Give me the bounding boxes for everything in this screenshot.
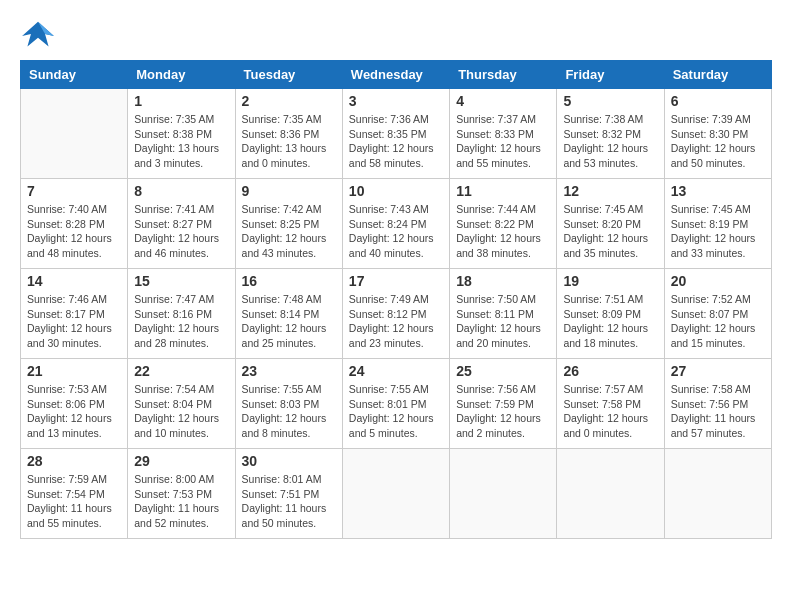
day-number: 16 [242, 273, 336, 289]
day-cell: 13Sunrise: 7:45 AM Sunset: 8:19 PM Dayli… [664, 179, 771, 269]
day-cell: 17Sunrise: 7:49 AM Sunset: 8:12 PM Dayli… [342, 269, 449, 359]
day-cell: 1Sunrise: 7:35 AM Sunset: 8:38 PM Daylig… [128, 89, 235, 179]
day-info: Sunrise: 7:56 AM Sunset: 7:59 PM Dayligh… [456, 382, 550, 441]
day-number: 20 [671, 273, 765, 289]
day-info: Sunrise: 7:55 AM Sunset: 8:01 PM Dayligh… [349, 382, 443, 441]
day-info: Sunrise: 7:52 AM Sunset: 8:07 PM Dayligh… [671, 292, 765, 351]
logo [20, 20, 61, 50]
day-number: 18 [456, 273, 550, 289]
day-number: 2 [242, 93, 336, 109]
week-row-3: 14Sunrise: 7:46 AM Sunset: 8:17 PM Dayli… [21, 269, 772, 359]
day-info: Sunrise: 7:36 AM Sunset: 8:35 PM Dayligh… [349, 112, 443, 171]
day-number: 11 [456, 183, 550, 199]
day-cell: 18Sunrise: 7:50 AM Sunset: 8:11 PM Dayli… [450, 269, 557, 359]
day-number: 21 [27, 363, 121, 379]
day-number: 7 [27, 183, 121, 199]
day-info: Sunrise: 7:42 AM Sunset: 8:25 PM Dayligh… [242, 202, 336, 261]
day-number: 9 [242, 183, 336, 199]
day-cell: 12Sunrise: 7:45 AM Sunset: 8:20 PM Dayli… [557, 179, 664, 269]
week-row-4: 21Sunrise: 7:53 AM Sunset: 8:06 PM Dayli… [21, 359, 772, 449]
day-info: Sunrise: 7:37 AM Sunset: 8:33 PM Dayligh… [456, 112, 550, 171]
day-info: Sunrise: 7:54 AM Sunset: 8:04 PM Dayligh… [134, 382, 228, 441]
day-number: 24 [349, 363, 443, 379]
day-cell: 28Sunrise: 7:59 AM Sunset: 7:54 PM Dayli… [21, 449, 128, 539]
day-cell: 8Sunrise: 7:41 AM Sunset: 8:27 PM Daylig… [128, 179, 235, 269]
day-number: 13 [671, 183, 765, 199]
day-info: Sunrise: 7:57 AM Sunset: 7:58 PM Dayligh… [563, 382, 657, 441]
day-cell: 29Sunrise: 8:00 AM Sunset: 7:53 PM Dayli… [128, 449, 235, 539]
day-cell: 5Sunrise: 7:38 AM Sunset: 8:32 PM Daylig… [557, 89, 664, 179]
day-info: Sunrise: 7:49 AM Sunset: 8:12 PM Dayligh… [349, 292, 443, 351]
col-header-thursday: Thursday [450, 61, 557, 89]
day-info: Sunrise: 7:41 AM Sunset: 8:27 PM Dayligh… [134, 202, 228, 261]
day-cell: 20Sunrise: 7:52 AM Sunset: 8:07 PM Dayli… [664, 269, 771, 359]
day-cell: 10Sunrise: 7:43 AM Sunset: 8:24 PM Dayli… [342, 179, 449, 269]
day-info: Sunrise: 7:46 AM Sunset: 8:17 PM Dayligh… [27, 292, 121, 351]
day-cell: 19Sunrise: 7:51 AM Sunset: 8:09 PM Dayli… [557, 269, 664, 359]
day-number: 4 [456, 93, 550, 109]
day-number: 29 [134, 453, 228, 469]
day-cell: 24Sunrise: 7:55 AM Sunset: 8:01 PM Dayli… [342, 359, 449, 449]
logo-icon [20, 20, 56, 50]
col-header-monday: Monday [128, 61, 235, 89]
day-number: 28 [27, 453, 121, 469]
day-info: Sunrise: 7:48 AM Sunset: 8:14 PM Dayligh… [242, 292, 336, 351]
day-info: Sunrise: 7:58 AM Sunset: 7:56 PM Dayligh… [671, 382, 765, 441]
day-number: 30 [242, 453, 336, 469]
day-number: 17 [349, 273, 443, 289]
day-info: Sunrise: 7:45 AM Sunset: 8:20 PM Dayligh… [563, 202, 657, 261]
day-info: Sunrise: 7:51 AM Sunset: 8:09 PM Dayligh… [563, 292, 657, 351]
col-header-sunday: Sunday [21, 61, 128, 89]
day-number: 8 [134, 183, 228, 199]
day-cell: 4Sunrise: 7:37 AM Sunset: 8:33 PM Daylig… [450, 89, 557, 179]
day-cell [557, 449, 664, 539]
day-number: 3 [349, 93, 443, 109]
day-cell: 30Sunrise: 8:01 AM Sunset: 7:51 PM Dayli… [235, 449, 342, 539]
day-cell [342, 449, 449, 539]
day-info: Sunrise: 8:01 AM Sunset: 7:51 PM Dayligh… [242, 472, 336, 531]
day-cell [664, 449, 771, 539]
day-info: Sunrise: 7:55 AM Sunset: 8:03 PM Dayligh… [242, 382, 336, 441]
day-cell: 2Sunrise: 7:35 AM Sunset: 8:36 PM Daylig… [235, 89, 342, 179]
day-info: Sunrise: 7:35 AM Sunset: 8:36 PM Dayligh… [242, 112, 336, 171]
day-number: 5 [563, 93, 657, 109]
day-cell: 25Sunrise: 7:56 AM Sunset: 7:59 PM Dayli… [450, 359, 557, 449]
col-header-tuesday: Tuesday [235, 61, 342, 89]
day-cell: 16Sunrise: 7:48 AM Sunset: 8:14 PM Dayli… [235, 269, 342, 359]
col-header-wednesday: Wednesday [342, 61, 449, 89]
day-info: Sunrise: 7:59 AM Sunset: 7:54 PM Dayligh… [27, 472, 121, 531]
page-header [20, 20, 772, 50]
day-cell: 26Sunrise: 7:57 AM Sunset: 7:58 PM Dayli… [557, 359, 664, 449]
day-cell: 23Sunrise: 7:55 AM Sunset: 8:03 PM Dayli… [235, 359, 342, 449]
day-cell: 21Sunrise: 7:53 AM Sunset: 8:06 PM Dayli… [21, 359, 128, 449]
calendar-table: SundayMondayTuesdayWednesdayThursdayFrid… [20, 60, 772, 539]
day-number: 23 [242, 363, 336, 379]
day-info: Sunrise: 7:39 AM Sunset: 8:30 PM Dayligh… [671, 112, 765, 171]
day-number: 12 [563, 183, 657, 199]
day-info: Sunrise: 7:40 AM Sunset: 8:28 PM Dayligh… [27, 202, 121, 261]
day-cell: 14Sunrise: 7:46 AM Sunset: 8:17 PM Dayli… [21, 269, 128, 359]
week-row-5: 28Sunrise: 7:59 AM Sunset: 7:54 PM Dayli… [21, 449, 772, 539]
day-info: Sunrise: 7:43 AM Sunset: 8:24 PM Dayligh… [349, 202, 443, 261]
day-number: 26 [563, 363, 657, 379]
day-number: 15 [134, 273, 228, 289]
day-info: Sunrise: 7:45 AM Sunset: 8:19 PM Dayligh… [671, 202, 765, 261]
day-info: Sunrise: 7:50 AM Sunset: 8:11 PM Dayligh… [456, 292, 550, 351]
day-cell [450, 449, 557, 539]
day-info: Sunrise: 7:38 AM Sunset: 8:32 PM Dayligh… [563, 112, 657, 171]
day-number: 27 [671, 363, 765, 379]
day-cell: 7Sunrise: 7:40 AM Sunset: 8:28 PM Daylig… [21, 179, 128, 269]
day-number: 6 [671, 93, 765, 109]
day-number: 25 [456, 363, 550, 379]
day-cell [21, 89, 128, 179]
day-cell: 15Sunrise: 7:47 AM Sunset: 8:16 PM Dayli… [128, 269, 235, 359]
day-cell: 11Sunrise: 7:44 AM Sunset: 8:22 PM Dayli… [450, 179, 557, 269]
week-row-1: 1Sunrise: 7:35 AM Sunset: 8:38 PM Daylig… [21, 89, 772, 179]
col-header-saturday: Saturday [664, 61, 771, 89]
day-number: 22 [134, 363, 228, 379]
day-cell: 27Sunrise: 7:58 AM Sunset: 7:56 PM Dayli… [664, 359, 771, 449]
day-cell: 6Sunrise: 7:39 AM Sunset: 8:30 PM Daylig… [664, 89, 771, 179]
day-cell: 3Sunrise: 7:36 AM Sunset: 8:35 PM Daylig… [342, 89, 449, 179]
day-info: Sunrise: 7:53 AM Sunset: 8:06 PM Dayligh… [27, 382, 121, 441]
week-row-2: 7Sunrise: 7:40 AM Sunset: 8:28 PM Daylig… [21, 179, 772, 269]
